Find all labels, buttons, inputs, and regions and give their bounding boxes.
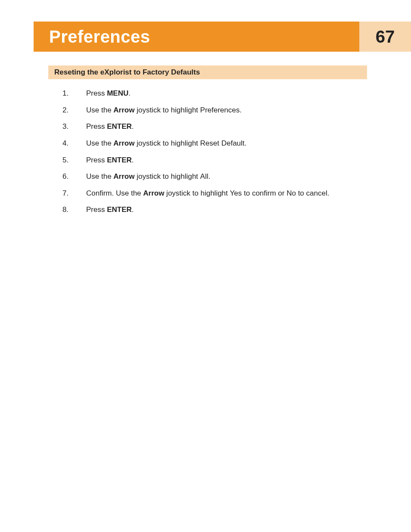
step-number: 8.: [62, 205, 86, 215]
steps-list: 1.Press MENU.2.Use the Arrow joystick to…: [62, 88, 373, 221]
title-block: Preferences: [34, 22, 359, 52]
step-number: 6.: [62, 171, 86, 182]
step-text: Confirm. Use the Arrow joystick to highl…: [86, 188, 373, 199]
section-heading: Reseting the eXplorist to Factory Defaul…: [48, 65, 367, 79]
header-bar: Preferences 67: [34, 22, 411, 52]
step-text: Press ENTER.: [86, 155, 373, 166]
step-number: 4.: [62, 138, 86, 149]
step-text: Press MENU.: [86, 88, 373, 99]
step-number: 1.: [62, 88, 86, 99]
step-text: Press ENTER.: [86, 121, 373, 132]
step-text: Use the Arrow joystick to highlight Pref…: [86, 105, 373, 116]
step-item: 6.Use the Arrow joystick to highlight Al…: [62, 171, 373, 182]
step-text: Use the Arrow joystick to highlight Rese…: [86, 138, 373, 149]
page-title: Preferences: [49, 27, 150, 47]
step-number: 3.: [62, 121, 86, 132]
step-number: 7.: [62, 188, 86, 199]
step-item: 7.Confirm. Use the Arrow joystick to hig…: [62, 188, 373, 199]
step-item: 2.Use the Arrow joystick to highlight Pr…: [62, 105, 373, 116]
step-text: Press ENTER.: [86, 205, 373, 215]
page-number-block: 67: [359, 22, 411, 52]
step-number: 5.: [62, 155, 86, 166]
step-item: 5.Press ENTER.: [62, 155, 373, 166]
step-item: 1.Press MENU.: [62, 88, 373, 99]
page-number: 67: [376, 27, 395, 47]
step-number: 2.: [62, 105, 86, 116]
step-text: Use the Arrow joystick to highlight All.: [86, 171, 373, 182]
step-item: 4.Use the Arrow joystick to highlight Re…: [62, 138, 373, 149]
step-item: 8.Press ENTER.: [62, 205, 373, 215]
step-item: 3.Press ENTER.: [62, 121, 373, 132]
